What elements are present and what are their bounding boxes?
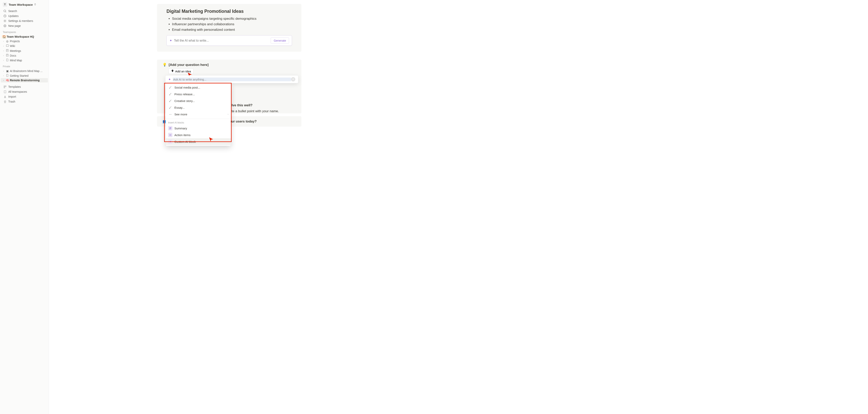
updates-label: Updates	[8, 14, 19, 18]
dd-creative-story[interactable]: Creative story...	[166, 97, 231, 104]
templates-icon	[3, 86, 7, 88]
svg-rect-12	[5, 86, 6, 87]
ai-write-box[interactable]: ✦	[165, 75, 298, 83]
search-label: Search	[8, 9, 17, 12]
sparkle-icon: ✦	[168, 77, 171, 81]
target-icon: ◎	[5, 40, 9, 43]
page-icon	[5, 54, 9, 57]
sidebar-item-label: Wiki	[10, 44, 15, 47]
workspace-switcher[interactable]: T Team Workspace	[1, 2, 48, 7]
svg-rect-14	[4, 91, 6, 93]
sidebar: T Team Workspace Search Updates Settings…	[0, 0, 49, 414]
dd-custom-ai-block[interactable]: ✦ Custom AI block	[166, 138, 231, 145]
dd-summary[interactable]: Summary	[166, 125, 231, 132]
sidebar-item-getting-started[interactable]: › Getting Started	[1, 73, 48, 78]
sidebar-item-label: Docs	[10, 54, 16, 57]
sidebar-item-label: Team Workspace HQ	[7, 35, 34, 38]
svg-point-3	[4, 21, 5, 22]
templates-button[interactable]: Templates	[1, 85, 48, 89]
updates-button[interactable]: Updates	[1, 13, 48, 18]
svg-rect-13	[4, 87, 5, 88]
workspace-badge: T	[3, 2, 7, 7]
caret-icon[interactable]: ›	[2, 55, 5, 57]
page-icon	[5, 59, 9, 62]
new-page-button[interactable]: New page	[1, 24, 48, 28]
send-button[interactable]	[291, 77, 295, 82]
caret-icon[interactable]: ›	[2, 74, 5, 77]
pencil-icon	[168, 99, 173, 103]
ai-prompt-input[interactable]	[174, 39, 271, 42]
chevron-up-down-icon	[34, 3, 36, 6]
dd-essay[interactable]: Essay...	[166, 104, 231, 111]
bullet-item: Email marketing with personalized conten…	[172, 27, 292, 33]
clock-icon	[3, 14, 7, 18]
caret-icon[interactable]: ›	[2, 40, 5, 42]
building-icon	[3, 90, 7, 93]
caret-icon[interactable]: ›	[2, 50, 5, 52]
ai-dropdown-menu: Social media post... Press release... Cr…	[166, 83, 231, 146]
workspace-name: Team Workspace	[9, 3, 33, 6]
sidebar-item-label: Remote Brainstorming	[10, 79, 40, 82]
sidebar-item-remote-brainstorming[interactable]: › 🧠 Remote Brainstorming	[1, 78, 48, 83]
main-content: Digital Marketing Promotional Ideas Soci…	[49, 0, 868, 414]
home-icon: 🏠	[2, 35, 6, 38]
sidebar-item-label: Projects	[10, 40, 20, 43]
teamspaces-heading: Teamspaces	[1, 28, 48, 34]
sidebar-item-wiki[interactable]: › Wiki	[1, 43, 48, 48]
import-button[interactable]: Import	[1, 94, 48, 99]
page-icon	[5, 49, 9, 53]
sidebar-item-meetings[interactable]: › Meetings	[1, 49, 48, 53]
all-teamspaces-button[interactable]: All teamspaces	[1, 89, 48, 94]
settings-label: Settings & members	[8, 19, 33, 23]
sidebar-item-team-hq[interactable]: 🏠 Team Workspace HQ	[1, 34, 48, 39]
sidebar-item-mindmap[interactable]: › Mind Map	[1, 58, 48, 63]
frame-icon: ▣	[5, 69, 9, 72]
dd-label: See more	[175, 113, 187, 116]
sidebar-item-projects[interactable]: › ◎ Projects	[1, 39, 48, 43]
obscured-heading: lve this well?	[231, 103, 252, 107]
dd-action-items[interactable]: Action items	[166, 132, 231, 138]
dd-label: Press release...	[175, 93, 195, 96]
dd-press-release[interactable]: Press release...	[166, 91, 231, 97]
import-label: Import	[8, 95, 16, 98]
trash-label: Trash	[8, 100, 15, 103]
pencil-icon	[168, 105, 173, 110]
marketing-bullets: Social media campaigns targeting specifi…	[166, 16, 292, 33]
bullet-item: Social media campaigns targeting specifi…	[172, 16, 292, 22]
caret-icon[interactable]: ›	[2, 45, 5, 47]
summary-icon	[168, 126, 173, 130]
trash-button[interactable]: Trash	[1, 99, 48, 104]
ai-write-input[interactable]	[173, 77, 291, 81]
private-heading: Private	[1, 63, 48, 69]
caret-icon[interactable]: ›	[2, 70, 5, 72]
sidebar-item-ai-brainstorm[interactable]: › ▣ AI Brainstorm Mind Map ...	[1, 69, 48, 73]
plus-circle-icon	[3, 24, 7, 27]
svg-rect-11	[4, 86, 5, 87]
ai-prompt-box[interactable]: ✦ Generate	[166, 35, 292, 46]
lightbulb-icon: 💡	[162, 63, 167, 67]
dd-see-more[interactable]: ⋯ See more ›	[166, 111, 231, 118]
caret-icon[interactable]: ›	[2, 79, 5, 82]
chevron-right-icon: ›	[228, 113, 228, 116]
sidebar-item-docs[interactable]: › Docs	[1, 53, 48, 58]
dd-section-heading: Insert AI blocks	[166, 120, 231, 125]
dd-social-media-post[interactable]: Social media post...	[166, 84, 231, 91]
generate-button[interactable]: Generate	[271, 37, 289, 43]
svg-point-0	[4, 10, 6, 12]
pencil-icon	[168, 85, 173, 90]
caret-icon[interactable]: ›	[2, 59, 5, 61]
question-placeholder[interactable]: [Add your question here]	[169, 63, 209, 67]
dd-label: Creative story...	[175, 99, 195, 102]
sidebar-item-label: Meetings	[10, 49, 21, 53]
all-teamspaces-label: All teamspaces	[8, 90, 27, 93]
gear-icon	[3, 19, 7, 23]
svg-line-1	[5, 12, 6, 12]
dots-icon: ⋯	[168, 112, 173, 116]
separator	[166, 119, 231, 119]
bullet-item: Influencer partnerships and collaboratio…	[172, 22, 292, 27]
sparkle-icon: ✦	[168, 139, 173, 144]
settings-button[interactable]: Settings & members	[1, 19, 48, 23]
checklist-icon	[168, 133, 173, 137]
search-button[interactable]: Search	[1, 9, 48, 13]
new-page-label: New page	[8, 24, 21, 27]
